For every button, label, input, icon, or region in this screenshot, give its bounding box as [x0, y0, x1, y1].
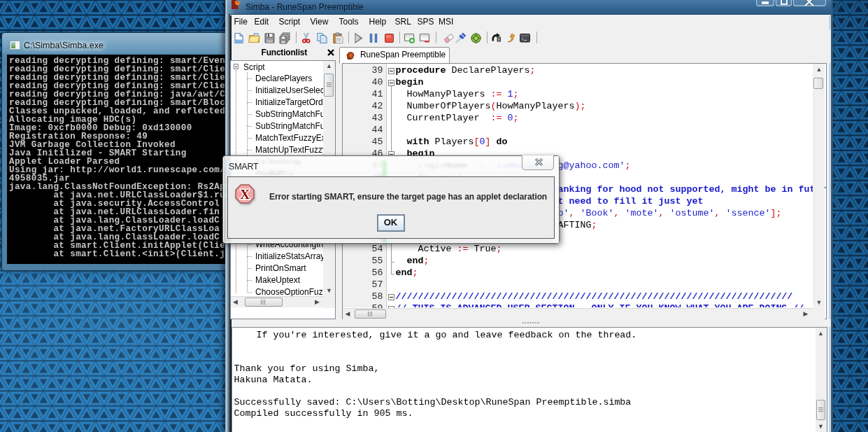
svg-text:X: X — [240, 187, 250, 202]
